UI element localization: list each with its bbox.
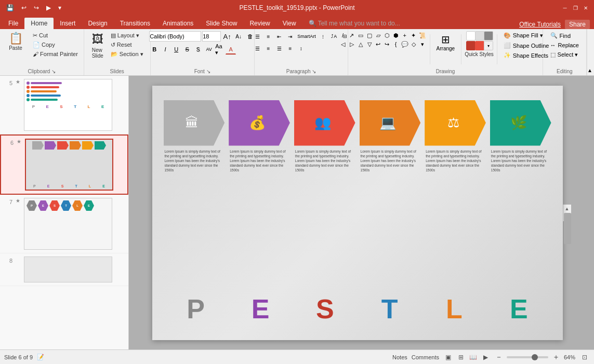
tab-slideshow[interactable]: Slide Show (200, 18, 243, 29)
tab-animations[interactable]: Animations (156, 18, 200, 29)
numbered-list-btn[interactable]: ≡ (263, 31, 273, 42)
replace-btn[interactable]: ↔ Replace (547, 41, 582, 49)
shape-arrow[interactable]: ↗ (348, 31, 356, 39)
slide-notes-icon[interactable]: 📝 (37, 354, 44, 360)
qs-5[interactable] (475, 41, 484, 50)
columns-btn[interactable]: ⫶ (318, 31, 328, 42)
undo-icon[interactable]: ↩ (19, 3, 29, 12)
shape-diamond[interactable]: ◇ (410, 40, 418, 48)
shape-l-arrow[interactable]: ◁ (339, 40, 347, 48)
normal-view-btn[interactable]: ▣ (443, 352, 454, 362)
qs-3[interactable] (484, 31, 493, 41)
shape-rrect[interactable]: ▢ (365, 31, 374, 39)
restore-btn[interactable]: ❐ (571, 4, 579, 12)
shape-scroll[interactable]: 📜 (418, 31, 427, 39)
slide-thumb-5[interactable]: 5 ★ (0, 76, 128, 134)
shape-callout[interactable]: 💬 (401, 40, 409, 48)
shape-d-arrow[interactable]: ▽ (365, 40, 374, 48)
zoom-in-btn[interactable]: ＋ (552, 353, 560, 362)
align-center-btn[interactable]: ≡ (263, 43, 273, 53)
shape-trap[interactable]: ⬡ (383, 31, 391, 39)
ribbon-collapse-btn[interactable]: ▲ (587, 29, 594, 75)
change-case-btn[interactable]: Aa ▾ (215, 44, 225, 55)
reset-btn[interactable]: ↺ Reset (108, 41, 146, 49)
shape-u-arrow[interactable]: △ (357, 40, 365, 48)
zoom-thumb[interactable] (532, 354, 538, 360)
shape-para[interactable]: ▱ (374, 31, 382, 39)
shape-more[interactable]: ▾ (418, 40, 427, 48)
font-size-input[interactable] (202, 31, 221, 42)
close-btn[interactable]: ✕ (582, 4, 590, 12)
tab-home[interactable]: Home (24, 18, 54, 29)
char-spacing-btn[interactable]: AV (204, 44, 214, 55)
redo-icon[interactable]: ↪ (32, 3, 41, 12)
shadow-btn[interactable]: S (193, 44, 203, 55)
slide-sorter-btn[interactable]: ⊞ (456, 352, 466, 362)
cut-btn[interactable]: ✂ Cut (30, 31, 81, 40)
shape-r-curve[interactable]: ↪ (383, 40, 391, 48)
minimize-btn[interactable]: ─ (561, 4, 569, 12)
present-icon[interactable]: ▶ (44, 3, 53, 12)
qs-1[interactable] (466, 31, 476, 41)
share-btn[interactable]: Share (565, 20, 590, 29)
justify-btn[interactable]: ≡ (285, 43, 295, 53)
office-tutorials-link[interactable]: Office Tutorials (519, 21, 561, 28)
shape-star[interactable]: ✦ (410, 31, 418, 39)
qs-2[interactable] (475, 31, 484, 41)
inc-indent-btn[interactable]: ⇥ (285, 31, 295, 42)
arrange-btn[interactable]: ⊞ Arrange (433, 31, 458, 53)
shape-rect[interactable]: ▭ (357, 31, 365, 39)
strikethrough-btn[interactable]: S (182, 44, 192, 55)
decrease-font-btn[interactable]: A↓ (233, 31, 244, 42)
new-slide-btn[interactable]: 🖼 NewSlide (88, 31, 107, 60)
slideshow-btn[interactable]: ▶ (481, 352, 491, 362)
line-spacing-btn[interactable]: ↕ (296, 43, 306, 53)
smartart-btn[interactable]: SmartArt (296, 31, 318, 42)
shape-l-curve[interactable]: ↩ (374, 40, 382, 48)
shape-r-arrow[interactable]: ▷ (348, 40, 356, 48)
tab-insert[interactable]: Insert (54, 18, 82, 29)
scroll-up-btn[interactable]: ▲ (563, 205, 571, 213)
tab-tellme[interactable]: 🔍 Tell me what you want to do... (302, 18, 406, 29)
slide-thumb-8[interactable]: 8 (0, 253, 128, 286)
shape-plus[interactable]: + (401, 31, 409, 39)
slide-thumb-7[interactable]: 7 ★ P E S T L E (0, 195, 128, 253)
tab-design[interactable]: Design (82, 18, 113, 29)
vertical-scrollbar[interactable]: ▲ ▼ (563, 205, 571, 221)
paste-btn[interactable]: 📋 Paste (3, 31, 28, 52)
shape-hex[interactable]: ⬢ (392, 31, 400, 39)
tab-transitions[interactable]: Transitions (114, 18, 156, 29)
italic-btn[interactable]: I (160, 44, 170, 55)
font-family-input[interactable] (149, 31, 201, 42)
tab-review[interactable]: Review (243, 18, 276, 29)
slide-thumb-6[interactable]: 6 ★ P E S T (0, 134, 128, 195)
align-left-btn[interactable]: ☰ (252, 43, 262, 53)
text-dir-btn[interactable]: ⤴A (329, 31, 339, 42)
tab-view[interactable]: View (276, 18, 302, 29)
notes-btn[interactable]: Notes (392, 354, 407, 360)
font-color-btn[interactable]: A (226, 44, 236, 55)
section-btn[interactable]: 📂 Section ▾ (108, 50, 146, 59)
dec-indent-btn[interactable]: ⇤ (274, 31, 284, 42)
fit-slide-btn[interactable]: ⊡ (579, 352, 590, 362)
qs-4[interactable] (466, 41, 476, 50)
bold-btn[interactable]: B (149, 44, 160, 55)
underline-btn[interactable]: U (171, 44, 181, 55)
shape-line[interactable]: / (339, 31, 347, 39)
format-painter-btn[interactable]: 🖌 Format Painter (30, 50, 81, 58)
reading-view-btn[interactable]: 📖 (468, 352, 479, 362)
customize-icon[interactable]: ▾ (56, 3, 63, 12)
copy-btn[interactable]: 📄 Copy (30, 41, 81, 49)
select-btn[interactable]: ⬚ Select ▾ (547, 50, 582, 59)
zoom-slider[interactable] (507, 356, 548, 358)
layout-btn[interactable]: ▤ Layout ▾ (108, 31, 146, 40)
tab-file[interactable]: File (2, 18, 24, 29)
shape-brace[interactable]: { (392, 40, 400, 48)
find-btn[interactable]: 🔍 Find (547, 31, 582, 40)
bullet-list-btn[interactable]: ☰ (252, 31, 262, 42)
qs-scroll[interactable]: ▾ (484, 41, 493, 50)
slide-canvas[interactable]: 🏛 Lorem Ipsum is simply dummy text of th… (152, 86, 563, 340)
increase-font-btn[interactable]: A↑ (222, 31, 232, 42)
scroll-thumb[interactable] (564, 213, 571, 244)
zoom-out-btn[interactable]: － (495, 353, 503, 362)
